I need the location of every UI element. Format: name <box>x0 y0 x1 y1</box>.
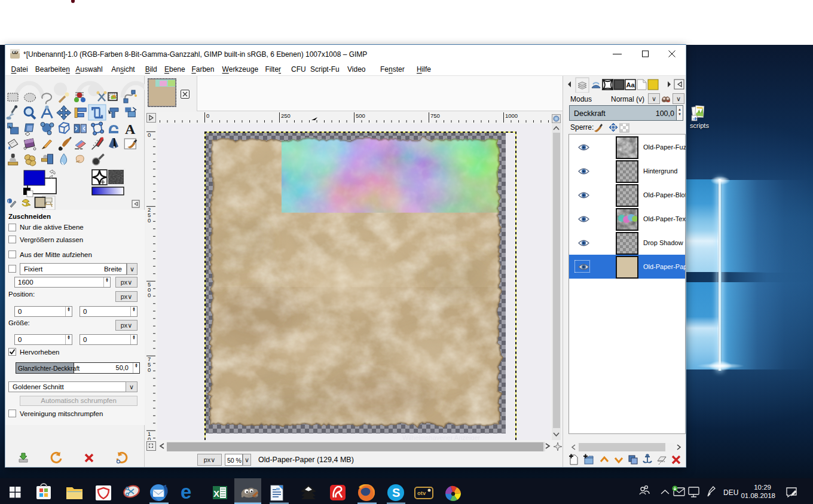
svg-text:S: S <box>392 486 400 499</box>
svg-text:500: 500 <box>148 281 151 298</box>
svg-text:0: 0 <box>148 132 151 138</box>
svg-text:e: e <box>181 481 191 503</box>
svg-text:i: i <box>8 198 9 204</box>
svg-text:750: 750 <box>430 112 440 119</box>
svg-text:1000: 1000 <box>148 430 151 440</box>
svg-text:10:29: 10:29 <box>754 484 771 491</box>
svg-text:A: A <box>125 121 136 137</box>
svg-text:750: 750 <box>148 356 151 373</box>
svg-text:1000: 1000 <box>505 112 518 119</box>
svg-text:Aa: Aa <box>626 81 635 88</box>
svg-text:DEU: DEU <box>723 488 738 497</box>
svg-text:250: 250 <box>281 112 291 119</box>
svg-text:0: 0 <box>206 112 209 119</box>
svg-text:otv: otv <box>417 490 426 496</box>
svg-text:01.08.2018: 01.08.2018 <box>741 492 775 499</box>
svg-text:250: 250 <box>148 206 151 224</box>
svg-text:X: X <box>213 488 219 499</box>
svg-text:500: 500 <box>356 112 365 119</box>
